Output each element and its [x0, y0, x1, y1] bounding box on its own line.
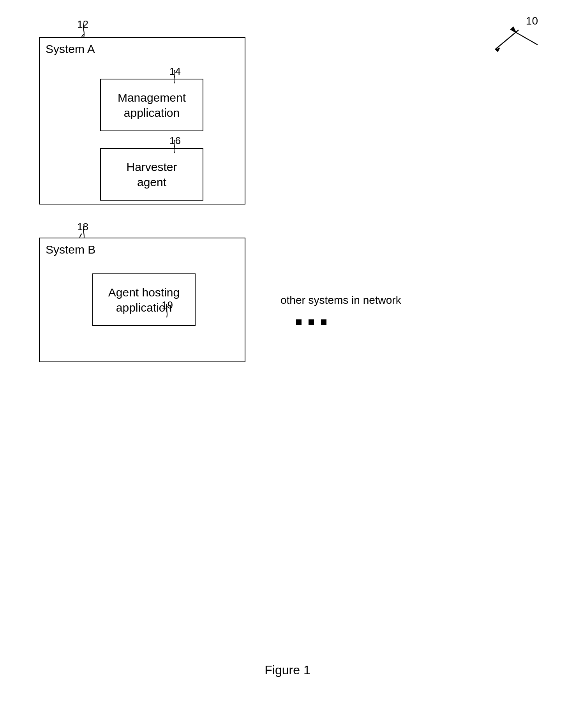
diagram-container: 10 12 System A Managementapplication Har… — [0, 0, 575, 728]
other-systems-label: other systems in network — [280, 294, 401, 307]
arrow-10-icon — [489, 28, 524, 55]
mgmt-brace-icon — [168, 69, 181, 84]
svg-line-4 — [495, 30, 519, 49]
dot-1 — [296, 319, 302, 325]
system-b-box: System B Agent hostingapplication — [39, 238, 245, 362]
harvester-agent-label: Harvesteragent — [126, 159, 177, 190]
system-a-box: System A Managementapplication Harvester… — [39, 37, 245, 204]
ref-10-label: 10 — [526, 15, 538, 27]
harvester-brace-icon — [168, 139, 181, 154]
system-a-label: System A — [46, 42, 95, 56]
dots-container — [296, 319, 326, 325]
figure-caption: Figure 1 — [265, 663, 310, 677]
dot-2 — [309, 319, 314, 325]
system-a-brace-icon — [76, 23, 92, 38]
agent-hosting-app-box: Agent hostingapplication — [92, 273, 196, 326]
system-b-label: System B — [46, 243, 95, 256]
management-app-box: Managementapplication — [100, 79, 203, 131]
harvester-agent-box: Harvesteragent — [100, 148, 203, 201]
agent-brace-icon — [160, 303, 173, 318]
management-app-label: Managementapplication — [118, 90, 186, 120]
dot-3 — [321, 319, 326, 325]
